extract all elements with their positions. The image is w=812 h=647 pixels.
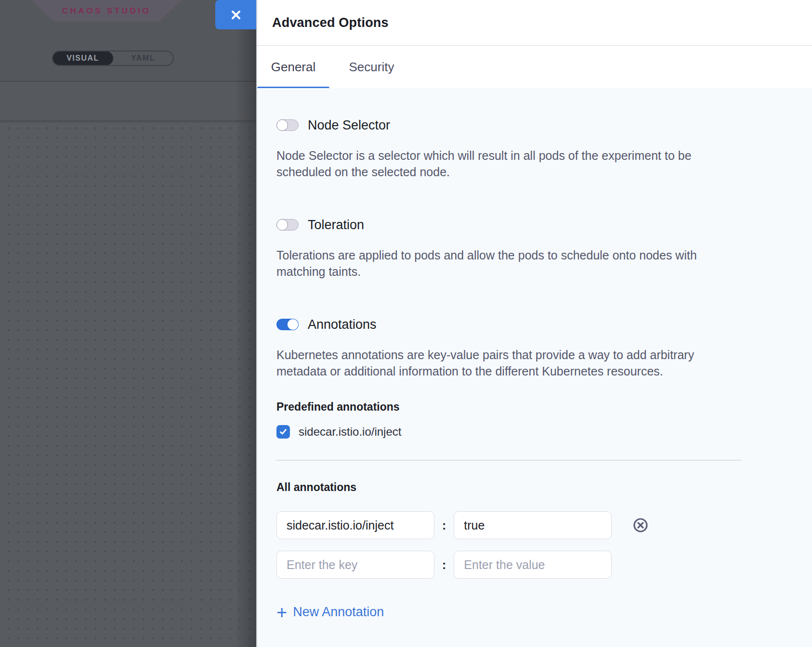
canvas-dot-grid (0, 120, 256, 647)
panel-title: Advanced Options (272, 15, 389, 30)
toggle-knob (276, 119, 288, 131)
predefined-annotations-heading: Predefined annotations (276, 401, 812, 414)
panel-edge-shadow (235, 0, 256, 647)
close-icon (230, 9, 242, 21)
annotation-value-input[interactable] (454, 511, 612, 539)
annotation-separator: : (442, 518, 446, 532)
canvas-toolbar (0, 83, 256, 120)
predefined-annotation-label: sidecar.istio.io/inject (299, 425, 401, 439)
panel-header: Advanced Options (257, 0, 812, 46)
annotations-toggle[interactable] (276, 319, 299, 330)
node-selector-description: Node Selector is a selector which will r… (276, 147, 753, 180)
advanced-options-panel: Advanced Options General Security Node S… (256, 0, 812, 647)
new-annotation-button[interactable]: + New Annotation (276, 605, 384, 620)
tab-bar: General Security (257, 46, 812, 88)
annotation-value-input[interactable] (454, 551, 612, 579)
annotation-row: : (276, 551, 812, 579)
tab-security[interactable]: Security (329, 46, 414, 88)
remove-annotation-button[interactable] (633, 518, 648, 533)
toggle-knob (288, 319, 298, 330)
node-selector-label: Node Selector (308, 118, 390, 133)
new-annotation-label: New Annotation (293, 605, 384, 620)
annotation-key-input[interactable] (276, 551, 434, 579)
annotation-row: : (276, 511, 812, 539)
view-mode-toggle[interactable]: VISUAL YAML (52, 51, 174, 66)
view-toggle-visual[interactable]: VISUAL (52, 51, 113, 65)
dimmed-background: CHAOS STUDIO VISUAL YAML (0, 0, 256, 647)
chaos-studio-badge: CHAOS STUDIO (31, 0, 182, 22)
check-icon (279, 427, 288, 436)
annotation-separator: : (442, 558, 446, 572)
general-tab-content: Node Selector Node Selector is a selecto… (257, 88, 812, 647)
node-selector-toggle[interactable] (276, 119, 299, 131)
plus-icon: + (276, 605, 287, 620)
toleration-toggle[interactable] (276, 219, 299, 231)
annotations-row: Annotations (276, 318, 812, 331)
toleration-row: Toleration (276, 219, 812, 231)
remove-annotation-icon (633, 518, 648, 533)
toleration-label: Toleration (308, 218, 364, 233)
all-annotations-heading: All annotations (276, 481, 812, 494)
annotations-label: Annotations (308, 317, 377, 332)
predefined-annotation-checkbox[interactable] (276, 425, 290, 439)
toleration-description: Tolerations are applied to pods and allo… (276, 247, 753, 280)
tab-general[interactable]: General (257, 46, 329, 88)
studio-title: CHAOS STUDIO (62, 6, 151, 16)
toggle-knob (276, 219, 288, 231)
annotations-description: Kubernetes annotations are key-value pai… (276, 347, 753, 379)
close-drawer-button[interactable] (215, 0, 256, 29)
node-selector-row: Node Selector (276, 119, 812, 131)
section-divider (276, 460, 741, 461)
annotation-key-input[interactable] (276, 511, 434, 539)
predefined-annotation-item: sidecar.istio.io/inject (276, 425, 812, 439)
view-toggle-yaml[interactable]: YAML (113, 52, 173, 65)
